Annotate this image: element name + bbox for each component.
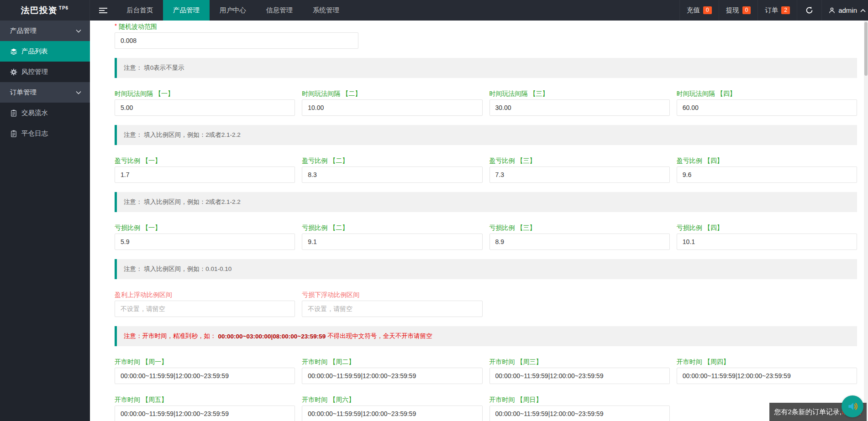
profit-ratio-1-label: 盈亏比例 【一】 bbox=[115, 156, 295, 165]
float-range-row: 盈利上浮动比例区间 亏损下浮动比例区间 bbox=[115, 291, 857, 317]
order-counter[interactable]: 订单 2 bbox=[758, 0, 797, 21]
chevron-down-icon bbox=[75, 29, 82, 33]
time-interval-2-input[interactable] bbox=[302, 99, 482, 116]
sidebar-item-risk-control[interactable]: 风控管理 bbox=[0, 62, 90, 82]
field-loss-ratio-1: 亏损比例 【一】 bbox=[115, 223, 295, 250]
gear-icon bbox=[10, 68, 17, 76]
open-time-fri-label: 开市时间 【周五】 bbox=[115, 395, 295, 404]
sound-notification-button[interactable] bbox=[842, 395, 863, 417]
withdraw-counter[interactable]: 提现 0 bbox=[719, 0, 758, 21]
loss-ratio-2-input[interactable] bbox=[302, 234, 482, 250]
random-range-label: *随机波动范围 bbox=[115, 22, 857, 31]
sidebar-item-trade-flow-label: 交易流水 bbox=[21, 109, 48, 117]
sidebar-item-close-log[interactable]: 平仓日志 bbox=[0, 123, 90, 144]
product-edit-form: *随机波动范围 注意： 填0表示不显示 时间玩法间隔 【一】 时间玩法间隔 【二… bbox=[90, 21, 868, 421]
field-open-time-thu: 开市时间 【周四】 bbox=[677, 358, 857, 384]
profit-ratio-4-input[interactable] bbox=[677, 166, 857, 183]
profit-ratio-row: 盈亏比例 【一】 盈亏比例 【二】 盈亏比例 【三】 盈亏比例 【四】 bbox=[115, 156, 857, 183]
field-time-interval-4: 时间玩法间隔 【四】 bbox=[677, 89, 857, 116]
field-profit-ratio-2: 盈亏比例 【二】 bbox=[302, 156, 482, 183]
nav-tab-info[interactable]: 信息管理 bbox=[256, 0, 303, 21]
open-time-wed-label: 开市时间 【周三】 bbox=[489, 358, 670, 366]
notice-bar-open-time: 注意：开市时间，精准到秒，如：00:00:00~03:00:00|08:00:0… bbox=[115, 326, 857, 346]
field-open-time-fri: 开市时间 【周五】 bbox=[115, 395, 295, 421]
sidebar-item-product-list-label: 产品列表 bbox=[21, 47, 48, 56]
open-time-row-1: 开市时间 【周一】 开市时间 【周二】 开市时间 【周三】 开市时间 【周四】 bbox=[115, 358, 857, 384]
profit-ratio-2-input[interactable] bbox=[302, 166, 482, 183]
profit-ratio-2-label: 盈亏比例 【二】 bbox=[302, 156, 482, 165]
sidebar: 产品管理 产品列表 风控管理 订单管理 bbox=[0, 21, 90, 421]
nav-tab-product[interactable]: 产品管理 bbox=[163, 0, 210, 21]
sidebar-item-trade-flow[interactable]: 交易流水 bbox=[0, 103, 90, 123]
open-time-thu-input[interactable] bbox=[677, 368, 857, 384]
open-time-mon-input[interactable] bbox=[115, 368, 295, 384]
order-badge: 2 bbox=[781, 6, 790, 14]
field-open-time-mon: 开市时间 【周一】 bbox=[115, 358, 295, 384]
time-interval-4-input[interactable] bbox=[677, 99, 857, 116]
sidebar-item-risk-control-label: 风控管理 bbox=[21, 68, 48, 76]
open-time-sun-input[interactable] bbox=[489, 405, 670, 421]
profit-ratio-4-label: 盈亏比例 【四】 bbox=[677, 156, 857, 165]
chevron-down-icon bbox=[75, 90, 82, 95]
open-time-tue-label: 开市时间 【周二】 bbox=[302, 358, 482, 366]
order-label: 订单 bbox=[765, 6, 778, 15]
loss-ratio-3-input[interactable] bbox=[489, 234, 670, 250]
hamburger-icon[interactable] bbox=[90, 0, 116, 21]
clipboard-icon bbox=[10, 109, 17, 117]
refresh-icon[interactable] bbox=[797, 0, 821, 21]
sidebar-item-close-log-label: 平仓日志 bbox=[21, 129, 48, 138]
recharge-label: 充值 bbox=[687, 6, 700, 15]
field-profit-ratio-3: 盈亏比例 【三】 bbox=[489, 156, 670, 183]
nav-tab-home[interactable]: 后台首页 bbox=[116, 0, 163, 21]
user-menu[interactable]: admin bbox=[821, 0, 868, 21]
field-open-time-tue: 开市时间 【周二】 bbox=[302, 358, 482, 384]
loss-float-range-input[interactable] bbox=[302, 301, 482, 317]
time-interval-3-input[interactable] bbox=[489, 99, 670, 116]
open-time-sat-input[interactable] bbox=[302, 405, 482, 421]
field-profit-float-range: 盈利上浮动比例区间 bbox=[115, 291, 295, 317]
open-time-mon-label: 开市时间 【周一】 bbox=[115, 358, 295, 366]
withdraw-label: 提现 bbox=[726, 6, 739, 15]
loss-ratio-row: 亏损比例 【一】 亏损比例 【二】 亏损比例 【三】 亏损比例 【四】 bbox=[115, 223, 857, 250]
time-interval-1-label: 时间玩法间隔 【一】 bbox=[115, 89, 295, 98]
vertical-scrollbar bbox=[864, 21, 868, 421]
loss-ratio-4-input[interactable] bbox=[677, 234, 857, 250]
order-toast-message: 您有2条新的订单记录, bbox=[774, 408, 842, 416]
notice-bar-ratio-1: 注意： 填入比例区间，例如：2或者2.1-2.2 bbox=[115, 125, 857, 145]
app-logo-text: 法巴投资 bbox=[21, 5, 58, 16]
profit-float-range-input[interactable] bbox=[115, 301, 295, 317]
scrollbar-thumb[interactable] bbox=[864, 22, 868, 76]
field-time-interval-3: 时间玩法间隔 【三】 bbox=[489, 89, 670, 116]
random-range-input[interactable] bbox=[115, 32, 358, 49]
app-logo: 法巴投资 TP6 bbox=[0, 0, 90, 21]
notice-bar-zero: 注意： 填0表示不显示 bbox=[115, 58, 857, 78]
field-profit-ratio-4: 盈亏比例 【四】 bbox=[677, 156, 857, 183]
profit-ratio-3-input[interactable] bbox=[489, 166, 670, 183]
loss-ratio-3-label: 亏损比例 【三】 bbox=[489, 223, 670, 232]
field-loss-ratio-4: 亏损比例 【四】 bbox=[677, 223, 857, 250]
field-open-time-sun: 开市时间 【周日】 bbox=[489, 395, 670, 421]
nav-tab-system[interactable]: 系统管理 bbox=[303, 0, 349, 21]
recharge-counter[interactable]: 充值 0 bbox=[679, 0, 719, 21]
speaker-icon bbox=[847, 400, 858, 412]
loss-ratio-1-input[interactable] bbox=[115, 234, 295, 250]
sidebar-group-product[interactable]: 产品管理 bbox=[0, 21, 90, 41]
open-time-row-2: 开市时间 【周五】 开市时间 【周六】 开市时间 【周日】 bbox=[115, 395, 857, 421]
top-navbar: 法巴投资 TP6 后台首页 产品管理 用户中心 信息管理 系统管理 充值 0 提… bbox=[0, 0, 868, 21]
loss-float-range-label: 亏损下浮动比例区间 bbox=[302, 291, 482, 299]
profit-float-range-label: 盈利上浮动比例区间 bbox=[115, 291, 295, 299]
open-time-sun-label: 开市时间 【周日】 bbox=[489, 395, 670, 404]
nav-tab-user[interactable]: 用户中心 bbox=[210, 0, 256, 21]
open-time-tue-input[interactable] bbox=[302, 368, 482, 384]
open-time-fri-input[interactable] bbox=[115, 405, 295, 421]
sidebar-item-product-list[interactable]: 产品列表 bbox=[0, 41, 90, 62]
sidebar-group-order[interactable]: 订单管理 bbox=[0, 82, 90, 103]
profit-ratio-1-input[interactable] bbox=[115, 166, 295, 183]
time-interval-3-label: 时间玩法间隔 【三】 bbox=[489, 89, 670, 98]
loss-ratio-4-label: 亏损比例 【四】 bbox=[677, 223, 857, 232]
loss-ratio-2-label: 亏损比例 【二】 bbox=[302, 223, 482, 232]
time-interval-2-label: 时间玩法间隔 【二】 bbox=[302, 89, 482, 98]
time-interval-1-input[interactable] bbox=[115, 99, 295, 116]
open-time-thu-label: 开市时间 【周四】 bbox=[677, 358, 857, 366]
open-time-wed-input[interactable] bbox=[489, 368, 670, 384]
